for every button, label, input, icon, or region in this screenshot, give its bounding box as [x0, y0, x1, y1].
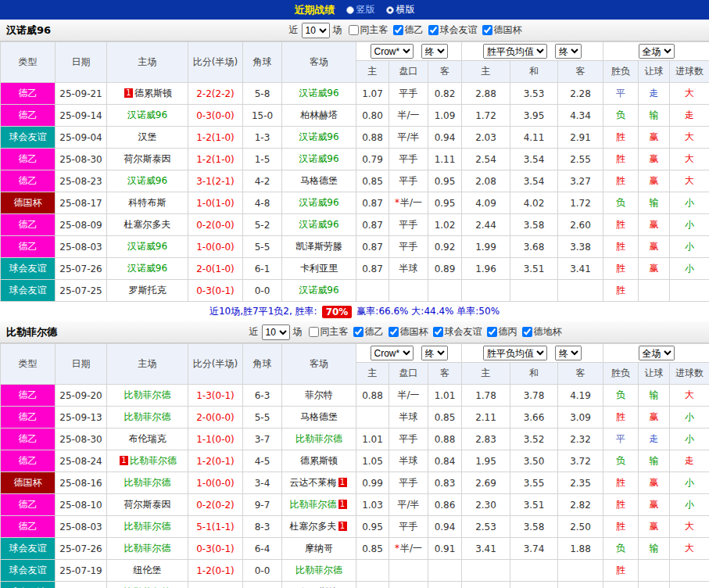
- match-score: 0-2(0-0): [188, 214, 243, 236]
- home-team-name[interactable]: 比勒菲尔德: [124, 521, 171, 532]
- match-count-select[interactable]: 10: [262, 324, 290, 340]
- home-team-name[interactable]: 比勒菲尔德: [124, 389, 171, 400]
- scope-select[interactable]: 全场: [639, 346, 675, 360]
- home-team-name[interactable]: 汉诺威96: [127, 175, 167, 186]
- home-team-cell: 纽伦堡: [107, 560, 188, 582]
- handicap-odds-home: 0.87: [356, 192, 389, 214]
- layout-radio-horizontal[interactable]: 横版: [386, 3, 415, 16]
- league-filter-德乙[interactable]: 德乙: [350, 325, 384, 339]
- bielefeld-results-table: 类型 日期 主场 比分(半场) 角球 客场 Crow* 终 胜平负均值 终 全场: [0, 343, 709, 588]
- league-filter-球会友谊[interactable]: 球会友谊: [430, 325, 482, 339]
- home-team-name[interactable]: 德累斯顿: [134, 88, 172, 99]
- away-team-name[interactable]: 汉诺威96: [299, 131, 338, 142]
- result-handicap: 赢: [639, 127, 670, 149]
- away-team-name[interactable]: 比勒菲尔德: [295, 433, 342, 444]
- league-filter-德丙[interactable]: 德丙: [484, 325, 517, 339]
- league-filter-德国杯[interactable]: 德国杯: [479, 23, 522, 37]
- average-odds-select[interactable]: 胜平负均值: [483, 44, 547, 59]
- checkbox-德国杯[interactable]: [389, 327, 399, 337]
- radio-selected-icon[interactable]: [386, 6, 394, 14]
- match-row: 球会友谊25-09-04汉堡1-2(1-0)1-3汉诺威960.88平/半0.9…: [1, 127, 709, 149]
- euro-odds-draw: 3.58: [510, 214, 558, 236]
- euro-final-select[interactable]: 终: [555, 346, 582, 360]
- away-team-name[interactable]: 德累斯顿: [300, 455, 338, 466]
- handicap-line: 半/一: [389, 105, 428, 127]
- checkbox-球会友谊[interactable]: [433, 327, 443, 337]
- euro-odds-away: 4.34: [558, 105, 603, 127]
- home-team-name[interactable]: 汉诺威96: [127, 109, 167, 120]
- home-team-name[interactable]: 汉堡: [138, 131, 157, 142]
- league-filter-同主客[interactable]: 同主客: [306, 325, 349, 339]
- away-team-name[interactable]: 比勒菲尔德: [290, 499, 337, 510]
- checkbox-同主客[interactable]: [349, 25, 359, 35]
- checkbox-同主客[interactable]: [309, 327, 319, 337]
- checkbox-球会友谊[interactable]: [428, 25, 439, 35]
- home-team-name[interactable]: 比勒菲尔德: [124, 477, 171, 488]
- match-type: 德乙: [1, 236, 56, 258]
- average-odds-select[interactable]: 胜平负均值: [483, 346, 547, 360]
- home-team-name[interactable]: 荷尔斯泰因: [124, 153, 171, 164]
- handicap-odds-away: 1.01: [428, 385, 462, 407]
- handicap-final-select[interactable]: 终: [421, 44, 448, 59]
- away-team-name[interactable]: 汉诺威96: [299, 153, 338, 164]
- euro-odds-draw: 3.74: [510, 538, 558, 560]
- match-date: 25-08-10: [56, 494, 107, 516]
- away-team-name[interactable]: 汉诺威96: [299, 197, 338, 208]
- checkbox-德地杯[interactable]: [522, 327, 532, 337]
- away-team-name[interactable]: 杜塞尔多夫: [290, 521, 337, 532]
- checkbox-德丙[interactable]: [487, 327, 497, 337]
- away-team-name[interactable]: 柏林赫塔: [300, 109, 338, 120]
- home-team-name[interactable]: 比勒菲尔德: [124, 411, 171, 422]
- result-text: 赢: [650, 219, 659, 230]
- score-text: 1-0(0-0): [196, 242, 235, 253]
- league-filter-德国杯[interactable]: 德国杯: [385, 325, 428, 339]
- score-text: 0-2(0-2): [196, 500, 235, 511]
- radio-unselected-icon[interactable]: [346, 6, 354, 14]
- scope-select[interactable]: 全场: [639, 44, 675, 59]
- league-filter-checkboxes: 同主客德乙德国杯球会友谊德丙德地杯: [306, 325, 562, 339]
- euro-final-select[interactable]: 终: [555, 44, 582, 59]
- home-team-name[interactable]: 罗斯托克: [129, 285, 167, 296]
- checkbox-德国杯[interactable]: [482, 25, 492, 35]
- match-count-select[interactable]: 10: [302, 23, 330, 38]
- handicap-odds-away: [428, 280, 462, 302]
- away-team-name[interactable]: 比勒菲尔德: [295, 565, 342, 575]
- home-team-name[interactable]: 布伦瑞克: [129, 433, 167, 444]
- league-filter-德地杯[interactable]: 德地杯: [519, 325, 562, 339]
- handicap-final-select[interactable]: 终: [421, 346, 448, 360]
- away-team-name[interactable]: 摩纳哥: [305, 543, 333, 554]
- home-team-name[interactable]: 比勒菲尔德: [130, 455, 177, 466]
- away-team-name[interactable]: 菲尔特: [305, 389, 333, 400]
- checkbox-德乙[interactable]: [393, 25, 403, 35]
- league-filter-球会友谊[interactable]: 球会友谊: [425, 23, 478, 37]
- home-team-name[interactable]: 比勒菲尔德: [124, 543, 171, 554]
- home-team-name[interactable]: 汉诺威96: [127, 241, 167, 252]
- away-team-name[interactable]: 马格德堡: [300, 411, 338, 422]
- home-team-name[interactable]: 荷尔斯泰因: [124, 499, 171, 510]
- away-team-name[interactable]: 汉诺威96: [299, 285, 338, 296]
- away-team-name[interactable]: 汉诺威96: [299, 219, 338, 230]
- away-team-name[interactable]: 云达不莱梅: [290, 477, 337, 488]
- home-team-name[interactable]: 科特布斯: [129, 197, 167, 208]
- bookmaker-select[interactable]: Crow*: [371, 44, 414, 59]
- away-team-name[interactable]: 凯泽斯劳滕: [295, 241, 342, 252]
- home-team-name[interactable]: 纽伦堡: [134, 565, 162, 575]
- corner-score: [243, 582, 282, 588]
- home-team-name[interactable]: 杜塞尔多夫: [124, 219, 171, 230]
- layout-radio-vertical[interactable]: 竖版: [346, 3, 375, 16]
- checkbox-label: 球会友谊: [440, 23, 478, 37]
- bookmaker-select[interactable]: Crow*: [371, 346, 414, 360]
- match-date: 25-07-17: [56, 582, 107, 588]
- home-team-name[interactable]: 汉诺威96: [127, 263, 167, 274]
- away-team-name[interactable]: 马格德堡: [300, 175, 338, 186]
- checkbox-德乙[interactable]: [353, 327, 363, 337]
- result-text: 负: [616, 109, 625, 120]
- euro-odds-draw: 3.68: [510, 236, 558, 258]
- away-team-name[interactable]: 汉诺威96: [299, 88, 338, 99]
- away-team-name[interactable]: 卡利亚里: [300, 263, 338, 274]
- hannover-results-table: 类型 日期 主场 比分(半场) 角球 客场 Crow* 终 胜平负均值 终 全场: [0, 41, 709, 302]
- result-text: 走: [685, 109, 694, 120]
- match-type: 德乙: [1, 450, 56, 472]
- league-filter-同主客[interactable]: 同主客: [346, 23, 389, 37]
- league-filter-德乙[interactable]: 德乙: [390, 23, 424, 37]
